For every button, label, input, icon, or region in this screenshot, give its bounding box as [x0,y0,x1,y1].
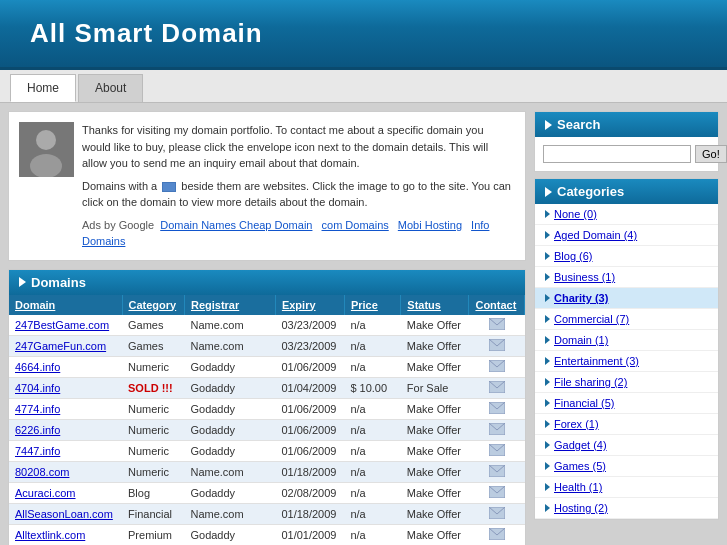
cell-contact[interactable] [469,440,525,461]
cell-contact[interactable] [469,356,525,377]
domain-link[interactable]: AllSeasonLoan.com [15,508,113,520]
category-item[interactable]: Gadget (4) [535,435,718,456]
category-link[interactable]: Aged Domain (4) [554,229,637,241]
category-item[interactable]: Financial (5) [535,393,718,414]
table-header: Domain Category Registrar Expiry Price S… [9,295,525,315]
category-item[interactable]: File sharing (2) [535,372,718,393]
domain-link[interactable]: 4704.info [15,382,60,394]
envelope-icon[interactable] [489,444,505,456]
search-button[interactable]: Go! [695,145,727,163]
col-contact[interactable]: Contact [469,295,525,315]
category-item[interactable]: Hosting (2) [535,498,718,519]
category-link[interactable]: Business (1) [554,271,615,283]
domain-link[interactable]: 80208.com [15,466,69,478]
col-domain[interactable]: Domain [9,295,122,315]
cell-contact[interactable] [469,461,525,482]
cell-registrar: Name.com [184,503,275,524]
cell-contact[interactable] [469,419,525,440]
category-item[interactable]: Health (1) [535,477,718,498]
category-link[interactable]: Entertainment (3) [554,355,639,367]
category-link[interactable]: Financial (5) [554,397,615,409]
category-link[interactable]: Domain (1) [554,334,608,346]
cell-expiry: 01/18/2009 [275,503,344,524]
envelope-icon[interactable] [489,402,505,414]
category-arrow-icon [545,357,550,365]
category-link[interactable]: Hosting (2) [554,502,608,514]
category-arrow-icon [545,294,550,302]
search-input[interactable] [543,145,691,163]
col-registrar[interactable]: Registrar [184,295,275,315]
cell-category: Games [122,335,184,356]
cell-status: Make Offer [401,440,469,461]
col-category[interactable]: Category [122,295,184,315]
category-link[interactable]: File sharing (2) [554,376,627,388]
envelope-icon[interactable] [489,528,505,540]
category-link[interactable]: Games (5) [554,460,606,472]
domain-link[interactable]: Alltextlink.com [15,529,85,541]
domain-link[interactable]: 247GameFun.com [15,340,106,352]
envelope-icon[interactable] [489,339,505,351]
cell-expiry: 03/23/2009 [275,335,344,356]
category-item[interactable]: None (0) [535,204,718,225]
col-price[interactable]: Price [344,295,400,315]
category-arrow-icon [545,336,550,344]
domain-link[interactable]: 4664.info [15,361,60,373]
cell-contact[interactable] [469,482,525,503]
cell-contact[interactable] [469,377,525,398]
category-item[interactable]: Aged Domain (4) [535,225,718,246]
domain-link[interactable]: 4774.info [15,403,60,415]
envelope-icon[interactable] [489,423,505,435]
nav-tab-home[interactable]: Home [10,74,76,102]
envelope-icon[interactable] [489,507,505,519]
category-item[interactable]: Blog (6) [535,246,718,267]
cell-price: n/a [344,461,400,482]
cell-contact[interactable] [469,524,525,545]
envelope-icon[interactable] [489,381,505,393]
category-item[interactable]: Forex (1) [535,414,718,435]
category-item[interactable]: Entertainment (3) [535,351,718,372]
ad-link-3[interactable]: Mobi Hosting [398,219,462,231]
col-status[interactable]: Status [401,295,469,315]
category-item[interactable]: Business (1) [535,267,718,288]
cell-category: Financial [122,503,184,524]
domain-link[interactable]: 7447.info [15,445,60,457]
intro-paragraph-1: Thanks for visiting my domain portfolio.… [82,122,515,172]
cell-domain: 80208.com [9,461,122,482]
cell-category: Numeric [122,419,184,440]
domain-link[interactable]: 247BestGame.com [15,319,109,331]
category-link[interactable]: Gadget (4) [554,439,607,451]
col-expiry[interactable]: Expiry [275,295,344,315]
cell-price: n/a [344,503,400,524]
envelope-icon[interactable] [489,465,505,477]
category-link[interactable]: Charity (3) [554,292,608,304]
envelope-icon[interactable] [489,318,505,330]
category-item[interactable]: Commercial (7) [535,309,718,330]
envelope-icon[interactable] [489,360,505,372]
cell-expiry: 01/01/2009 [275,524,344,545]
category-link[interactable]: Blog (6) [554,250,593,262]
category-item[interactable]: Domain (1) [535,330,718,351]
domain-link[interactable]: Acuraci.com [15,487,76,499]
domain-link[interactable]: 6226.info [15,424,60,436]
cell-contact[interactable] [469,315,525,336]
cell-price: n/a [344,398,400,419]
cell-category: Premium [122,524,184,545]
envelope-icon[interactable] [489,486,505,498]
cell-contact[interactable] [469,335,525,356]
ad-link-2[interactable]: com Domains [322,219,389,231]
cell-domain: 247GameFun.com [9,335,122,356]
cell-contact[interactable] [469,503,525,524]
table-body: 247BestGame.comGamesName.com03/23/2009n/… [9,315,525,546]
table-row: 4774.infoNumericGodaddy01/06/2009n/aMake… [9,398,525,419]
cell-contact[interactable] [469,398,525,419]
category-item[interactable]: Charity (3) [535,288,718,309]
category-link[interactable]: Health (1) [554,481,602,493]
category-item[interactable]: Games (5) [535,456,718,477]
intro-paragraph-2: Domains with a beside them are websites.… [82,178,515,211]
nav-tab-about[interactable]: About [78,74,143,102]
ad-link-1[interactable]: Domain Names Cheap Domain [160,219,312,231]
category-link[interactable]: Commercial (7) [554,313,629,325]
category-link[interactable]: None (0) [554,208,597,220]
cell-registrar: Godaddy [184,398,275,419]
category-link[interactable]: Forex (1) [554,418,599,430]
